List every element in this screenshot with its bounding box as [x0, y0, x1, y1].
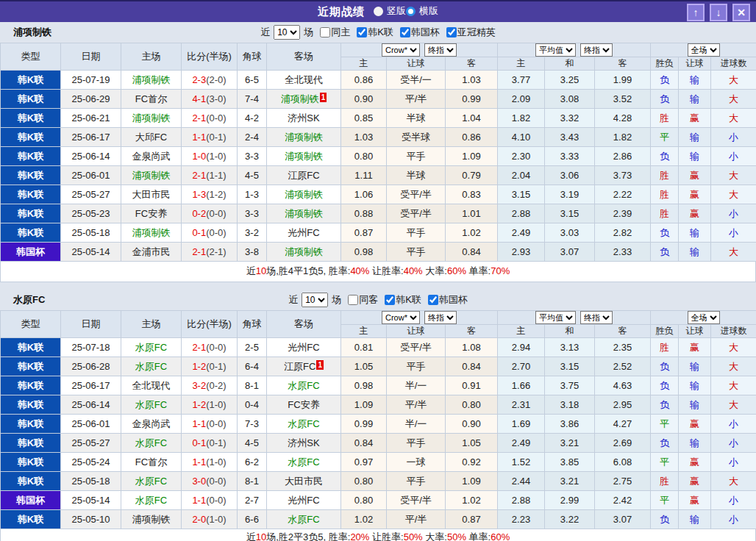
- handicap-line-cell: 平手: [387, 243, 446, 262]
- team-label: 浦项制铁: [132, 112, 171, 123]
- column-header: 主场: [121, 311, 182, 338]
- home-team-cell: 浦项制铁: [121, 71, 182, 90]
- result-goals-cell: 小: [711, 415, 756, 434]
- result-wdl-cell: 平: [651, 415, 679, 434]
- date-cell: 25-06-01: [61, 415, 121, 434]
- league-filter-checkbox[interactable]: [428, 295, 438, 305]
- away-team-cell: 浦项制铁: [267, 204, 341, 223]
- full-time-score: 1-3: [192, 189, 206, 200]
- league-filter-checkbox[interactable]: [400, 27, 410, 37]
- same-venue-checkbox[interactable]: [348, 295, 358, 305]
- date-cell: 25-06-21: [61, 109, 121, 128]
- league-filter[interactable]: 韩K联: [380, 293, 421, 307]
- league-cell: 韩K联: [1, 357, 61, 376]
- scope-select[interactable]: 全场: [688, 311, 720, 324]
- move-up-button[interactable]: ↑: [687, 4, 705, 21]
- team-label: 浦项制铁: [285, 151, 323, 162]
- close-button[interactable]: ✕: [732, 4, 750, 21]
- summary-segment: 10: [256, 265, 266, 276]
- away-team-cell: 浦项制铁1: [267, 90, 341, 109]
- avg-home-odds-cell: 2.88: [498, 491, 545, 510]
- league-filter[interactable]: 韩国杯: [424, 293, 468, 307]
- sub-column-header: 胜负: [651, 325, 679, 338]
- near-games-select[interactable]: 10: [274, 25, 300, 40]
- bookmaker-select[interactable]: Crow*: [382, 43, 420, 57]
- league-filter-label: 亚冠精英: [457, 26, 496, 39]
- same-venue[interactable]: 同主: [315, 26, 350, 39]
- move-down-button[interactable]: ↓: [710, 4, 727, 21]
- result-wdl-cell: 胜: [651, 204, 679, 223]
- team-label: 浦项制铁: [132, 74, 171, 85]
- result-wdl-cell: 负: [651, 357, 679, 376]
- score-cell: 1-3(1-2): [182, 185, 238, 204]
- bookmaker-stage-select[interactable]: 终指: [424, 311, 457, 324]
- header-group-row: 类型日期主场比分(半场)角球客场Crow*终指平均值终指全场: [1, 43, 756, 57]
- team-filter-bar: 浦项制铁近10场同主韩K联韩国杯亚冠精英: [0, 22, 756, 43]
- corner-cell: 2-7: [238, 491, 267, 510]
- match-row: 韩国杯25-05-14金浦市民2-1(2-1)3-8浦项制铁0.98平手0.84…: [1, 243, 756, 262]
- average-select[interactable]: 平均值: [535, 311, 576, 324]
- result-handicap-cell: 赢: [679, 453, 711, 472]
- league-cell: 韩K联: [1, 109, 61, 128]
- handicap-home-odds-cell: 0.97: [341, 453, 387, 472]
- league-filter[interactable]: 韩K联: [352, 26, 393, 39]
- handicap-away-odds-cell: 0.79: [446, 166, 498, 185]
- handicap-line-cell: 平手: [387, 357, 446, 376]
- home-team-cell: 浦项制铁: [121, 223, 182, 243]
- match-row: 韩K联25-06-14金泉尚武1-0(1-0)3-3浦项制铁0.80平手1.09…: [1, 147, 756, 166]
- bookmaker-stage-select[interactable]: 终指: [424, 43, 457, 57]
- avg-draw-odds-cell: 3.32: [545, 109, 595, 128]
- avg-away-odds-cell: 2.69: [595, 434, 651, 453]
- scope-select[interactable]: 全场: [688, 43, 720, 57]
- avg-draw-odds-cell: 3.86: [545, 415, 595, 434]
- full-time-score: 2-1: [192, 342, 206, 353]
- handicap-home-odds-cell: 1.05: [341, 357, 387, 376]
- match-row: 韩K联25-06-14水原FC1-2(1-0)0-4FC安养1.09平/半0.8…: [1, 395, 756, 415]
- handicap-line-cell: 一球: [387, 453, 446, 472]
- home-team-cell: 金泉尚武: [121, 415, 182, 434]
- bookmaker-select[interactable]: Crow*: [382, 311, 420, 324]
- average-stage-select[interactable]: 终指: [580, 43, 613, 57]
- league-cell: 韩K联: [1, 510, 61, 529]
- same-venue-checkbox[interactable]: [320, 27, 330, 37]
- handicap-home-odds-cell: 0.98: [341, 376, 387, 395]
- avg-draw-odds-cell: 3.15: [545, 204, 595, 223]
- sub-column-header: 客: [446, 325, 498, 338]
- away-team-cell: 水原FC: [267, 510, 341, 529]
- layout-radio[interactable]: 竖版: [374, 4, 406, 18]
- score-cell: 2-1(0-0): [182, 338, 238, 357]
- summary-segment: 40%: [404, 265, 423, 276]
- same-venue[interactable]: 同客: [343, 293, 378, 307]
- avg-draw-odds-cell: 3.22: [545, 510, 595, 529]
- summary-segment: 20%: [350, 531, 369, 541]
- league-filter[interactable]: 韩国杯: [396, 26, 440, 39]
- team-label: 大邱FC: [135, 132, 167, 143]
- near-games-select[interactable]: 10: [302, 293, 328, 307]
- league-filter[interactable]: 亚冠精英: [442, 26, 496, 39]
- handicap-line-cell: 半/一: [387, 376, 446, 395]
- average-stage-select[interactable]: 终指: [580, 311, 613, 324]
- full-time-score: 2-1: [192, 246, 206, 257]
- league-cell: 韩K联: [1, 376, 61, 395]
- home-team-cell: 全北现代: [121, 376, 182, 395]
- result-wdl-cell: 负: [651, 510, 679, 529]
- league-filter-checkbox[interactable]: [385, 295, 395, 305]
- layout-radio[interactable]: 横版: [406, 4, 438, 18]
- section-gap: [0, 282, 756, 290]
- avg-draw-odds-cell: 3.13: [545, 338, 595, 357]
- avg-draw-odds-cell: 3.85: [545, 453, 595, 472]
- result-handicap-cell: 赢: [679, 166, 711, 185]
- match-row: 韩K联25-05-18水原FC3-0(0-0)8-1大田市民0.80平手1.09…: [1, 472, 756, 491]
- date-cell: 25-05-27: [61, 434, 121, 453]
- result-goals-cell: 小: [711, 453, 756, 472]
- average-select[interactable]: 平均值: [535, 43, 576, 57]
- avg-away-odds-cell: 2.22: [595, 185, 651, 204]
- result-goals-cell: 小: [711, 491, 756, 510]
- league-filter-checkbox[interactable]: [357, 27, 367, 37]
- result-group-header: 全场: [651, 43, 756, 57]
- corner-cell: 3-8: [238, 243, 267, 262]
- league-filter-checkbox[interactable]: [446, 27, 457, 37]
- full-time-score: 1-2: [192, 361, 206, 372]
- league-cell: 韩K联: [1, 90, 61, 109]
- away-team-cell: 水原FC: [267, 453, 341, 472]
